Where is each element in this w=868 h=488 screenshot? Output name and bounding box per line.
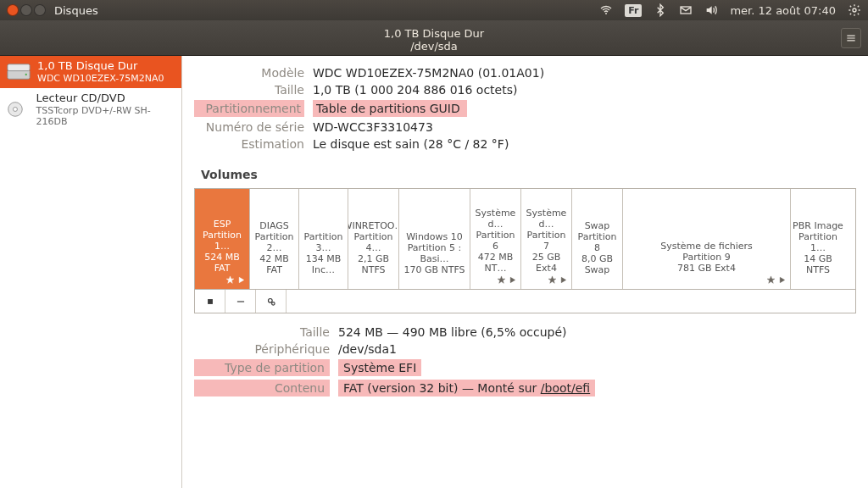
partition-size: 524 MB FAT — [197, 252, 248, 274]
partition-number: Partition 7 — [523, 230, 570, 252]
partition-name: Windows 10 — [406, 231, 463, 242]
partition-size: 472 MB NT… — [472, 252, 519, 274]
detail-label: Taille — [194, 325, 330, 339]
sidebar-drive-sub: WDC WD10EZEX-75M2NA0 — [37, 73, 164, 84]
detail-label: Type de partition — [194, 359, 330, 376]
window-controls — [7, 4, 46, 16]
partition-name: PBR Image — [793, 220, 843, 231]
partition-name: DIAGS — [259, 220, 289, 231]
partition-size: 8,0 GB Swap — [574, 253, 620, 275]
svg-rect-9 — [236, 301, 243, 302]
partition-number: Partition 8 — [574, 231, 620, 253]
star-icon — [766, 275, 776, 287]
prop-label: Partitionnement — [194, 100, 304, 117]
partition-number: Partition 6 — [472, 230, 519, 252]
gear-icon[interactable] — [848, 3, 861, 17]
detail-value: Système EFI — [338, 359, 421, 376]
partition-size: 42 MB FAT — [252, 253, 297, 275]
partition-block[interactable]: Partition 3…134 MB Inc… — [299, 189, 348, 289]
partition-number: Partition 1… — [197, 230, 248, 252]
svg-rect-4 — [8, 64, 30, 71]
partition-block[interactable]: Windows 10Partition 5 : Basi…170 GB NTFS — [399, 189, 470, 289]
prop-label: Taille — [194, 83, 304, 97]
partition-size: 170 GB NTFS — [403, 264, 465, 275]
svg-rect-8 — [208, 299, 213, 304]
window-minimize-button[interactable] — [20, 4, 32, 16]
play-icon — [777, 275, 787, 287]
prop-value: 1,0 TB (1 000 204 886 016 octets) — [313, 83, 517, 97]
partition-details: Taille524 MB — 490 MB libre (6,5% occupé… — [182, 313, 868, 398]
volume-icon[interactable] — [704, 3, 718, 17]
header-bar: 1,0 TB Disque Dur /dev/sda — [0, 20, 868, 56]
header-title-block: 1,0 TB Disque Dur /dev/sda — [0, 23, 868, 53]
window-close-button[interactable] — [7, 4, 19, 16]
sidebar-drive-title: 1,0 TB Disque Dur — [37, 60, 164, 72]
svg-point-0 — [605, 13, 607, 14]
star-icon — [225, 275, 235, 287]
partition-block[interactable]: Système de fichiersPartition 9781 GB Ext… — [623, 189, 791, 289]
volume-toolbar — [194, 290, 856, 313]
partition-block[interactable]: SwapPartition 88,0 GB Swap — [572, 189, 623, 289]
partition-name: ESP — [214, 219, 231, 230]
clock[interactable]: mer. 12 août 07:40 — [730, 4, 836, 17]
app-name: Disques — [54, 4, 98, 17]
prop-value: WDC WD10EZEX-75M2NA0 (01.01A01) — [313, 66, 544, 80]
svg-point-5 — [25, 74, 27, 75]
drive-properties: ModèleWDC WD10EZEX-75M2NA0 (01.01A01) Ta… — [182, 56, 868, 152]
partition-number: Partition 1… — [793, 231, 843, 253]
svg-point-7 — [13, 107, 17, 111]
partition-number: Partition 4… — [350, 231, 397, 253]
delete-partition-button[interactable] — [225, 290, 256, 313]
detail-value: /dev/sda1 — [338, 342, 397, 356]
play-icon — [236, 275, 246, 287]
partition-size: 781 GB Ext4 — [677, 263, 736, 274]
unmount-button[interactable] — [195, 290, 225, 313]
partition-block[interactable]: WINRETOO…Partition 4…2,1 GB NTFS — [348, 189, 399, 289]
partition-block[interactable]: Système d…Partition 6472 MB NT… — [470, 189, 521, 289]
partition-name: Système d… — [523, 208, 570, 230]
star-icon — [548, 275, 557, 287]
prop-value: Table de partitions GUID — [313, 100, 467, 117]
star-icon — [497, 275, 506, 287]
play-icon — [559, 275, 568, 287]
detail-value: 524 MB — 490 MB libre (6,5% occupé) — [338, 325, 567, 339]
optical-icon — [7, 101, 30, 119]
more-actions-button[interactable] — [256, 290, 287, 313]
volumes-heading: Volumes — [201, 168, 868, 181]
partition-map: ESPPartition 1…524 MB FATDIAGSPartition … — [194, 188, 856, 290]
prop-label: Estimation — [194, 137, 304, 151]
partition-name: WINRETOO… — [348, 220, 399, 231]
mail-icon[interactable] — [679, 3, 693, 17]
keyboard-layout-indicator[interactable]: Fr — [625, 4, 642, 17]
mount-point-link[interactable]: /boot/efi — [541, 381, 590, 395]
window-maximize-button[interactable] — [34, 4, 46, 16]
partition-name: Système d… — [472, 208, 519, 230]
partition-block[interactable]: PBR ImagePartition 1…14 GB NTFS — [791, 189, 845, 289]
sidebar-drive-optical[interactable]: Lecteur CD/DVD TSSTcorp DVD+/-RW SH-216D… — [0, 88, 181, 131]
detail-value: FAT (version 32 bit) — Monté sur /boot/e… — [338, 380, 595, 396]
partition-size: 14 GB NTFS — [793, 253, 843, 275]
sidebar-drive-hdd[interactable]: 1,0 TB Disque Dur WDC WD10EZEX-75M2NA0 — [0, 56, 181, 88]
header-title: 1,0 TB Disque Dur — [0, 27, 868, 40]
svg-point-10 — [268, 298, 272, 302]
prop-value: Le disque est sain (28 °C / 82 °F) — [313, 137, 509, 151]
partition-size: 134 MB Inc… — [301, 253, 346, 275]
play-icon — [508, 275, 517, 287]
main-content: ModèleWDC WD10EZEX-75M2NA0 (01.01A01) Ta… — [182, 56, 868, 488]
sidebar-drive-sub: TSSTcorp DVD+/-RW SH-216DB — [36, 105, 175, 127]
partition-name: Swap — [585, 220, 610, 231]
wifi-icon[interactable] — [599, 3, 613, 17]
partition-number: Partition 2… — [252, 231, 297, 253]
partition-block[interactable]: DIAGSPartition 2…42 MB FAT — [250, 189, 299, 289]
prop-label: Numéro de série — [194, 120, 304, 134]
partition-name: Système de fichiers — [660, 241, 753, 252]
partition-block[interactable]: Système d…Partition 725 GB Ext4 — [521, 189, 572, 289]
header-subtitle: /dev/sda — [0, 40, 868, 53]
svg-point-2 — [853, 8, 856, 12]
bluetooth-icon[interactable] — [654, 3, 667, 17]
system-tray: Fr mer. 12 août 07:40 — [599, 3, 861, 17]
partition-size: 2,1 GB NTFS — [350, 253, 397, 275]
sidebar-drive-title: Lecteur CD/DVD — [36, 92, 175, 104]
partition-size: 25 GB Ext4 — [523, 252, 570, 274]
partition-block[interactable]: ESPPartition 1…524 MB FAT — [195, 189, 250, 289]
